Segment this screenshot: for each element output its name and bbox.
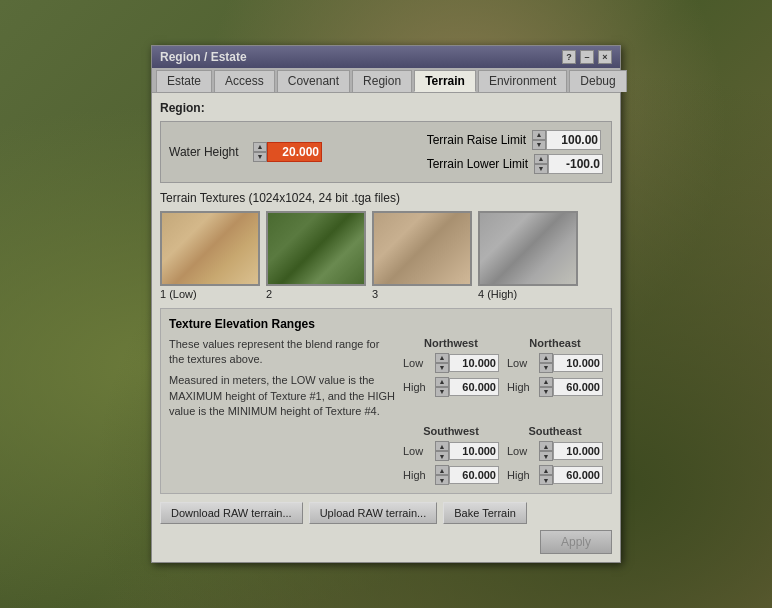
elevation-body: These values represent the blend range f… — [169, 337, 603, 420]
southwest-title: Southwest — [403, 425, 499, 437]
southwest-low-spinbox: ▲▼ — [435, 441, 499, 461]
tab-environment[interactable]: Environment — [478, 70, 567, 92]
texture-thumb-2[interactable] — [266, 211, 366, 286]
raise-limit-input[interactable] — [546, 130, 601, 150]
content-area: Region: Water Height ▲ ▼ Terrain Raise L… — [152, 92, 620, 563]
northwest-high-row: High ▲▼ — [403, 377, 499, 397]
southwest-high-spinbox: ▲▼ — [435, 465, 499, 485]
region-label: Region: — [160, 101, 612, 115]
se-high-down[interactable]: ▼ — [539, 475, 553, 485]
texture-thumb-4[interactable] — [478, 211, 578, 286]
tab-terrain[interactable]: Terrain — [414, 70, 476, 92]
nw-low-up[interactable]: ▲ — [435, 353, 449, 363]
southwest-high-label: High — [403, 469, 431, 481]
se-high-up[interactable]: ▲ — [539, 465, 553, 475]
download-raw-button[interactable]: Download RAW terrain... — [160, 502, 303, 524]
terrain-limits: Terrain Raise Limit ▲ ▼ Terrain Lower Li… — [427, 130, 603, 174]
ne-high-down[interactable]: ▼ — [539, 387, 553, 397]
texture-item-3: 3 — [372, 211, 472, 300]
nw-low-down[interactable]: ▼ — [435, 363, 449, 373]
raise-limit-row: Terrain Raise Limit ▲ ▼ — [427, 130, 603, 150]
southeast-title: Southeast — [507, 425, 603, 437]
apply-button[interactable]: Apply — [540, 530, 612, 554]
se-low-up[interactable]: ▲ — [539, 441, 553, 451]
sw-low-down[interactable]: ▼ — [435, 451, 449, 461]
apply-row: Apply — [160, 530, 612, 554]
ne-low-down[interactable]: ▼ — [539, 363, 553, 373]
tab-access[interactable]: Access — [214, 70, 275, 92]
dialog: Region / Estate ? – × Estate Access Cove… — [151, 45, 621, 564]
lower-arrows: ▲ ▼ — [534, 154, 548, 174]
dialog-title: Region / Estate — [160, 50, 247, 64]
texture-thumb-1[interactable] — [160, 211, 260, 286]
texture-item-4: 4 (High) — [478, 211, 578, 300]
minimize-button[interactable]: – — [580, 50, 594, 64]
upload-raw-button[interactable]: Upload RAW terrain... — [309, 502, 438, 524]
nw-high-up[interactable]: ▲ — [435, 377, 449, 387]
southeast-high-spinbox: ▲▼ — [539, 465, 603, 485]
elevation-section: Texture Elevation Ranges These values re… — [160, 308, 612, 495]
water-height-label: Water Height — [169, 145, 249, 159]
sw-se-row: Southwest Low ▲▼ High ▲▼ — [169, 425, 603, 485]
bake-terrain-button[interactable]: Bake Terrain — [443, 502, 527, 524]
water-height-input[interactable] — [267, 142, 322, 162]
lower-limit-spinbox: ▲ ▼ — [534, 154, 603, 174]
water-height-down[interactable]: ▼ — [253, 152, 267, 162]
texture-label-2: 2 — [266, 288, 272, 300]
water-height-section: Water Height ▲ ▼ Terrain Raise Limit ▲ ▼ — [160, 121, 612, 183]
tab-debug[interactable]: Debug — [569, 70, 626, 92]
close-button[interactable]: × — [598, 50, 612, 64]
southeast-high-input[interactable] — [553, 466, 603, 484]
ne-high-up[interactable]: ▲ — [539, 377, 553, 387]
lower-up[interactable]: ▲ — [534, 154, 548, 164]
northeast-high-row: High ▲▼ — [507, 377, 603, 397]
texture-label-4: 4 (High) — [478, 288, 517, 300]
northwest-low-row: Low ▲▼ — [403, 353, 499, 373]
lower-down[interactable]: ▼ — [534, 164, 548, 174]
southeast-low-input[interactable] — [553, 442, 603, 460]
title-bar: Region / Estate ? – × — [152, 46, 620, 68]
southwest-high-input[interactable] — [449, 466, 499, 484]
tab-estate[interactable]: Estate — [156, 70, 212, 92]
tab-covenant[interactable]: Covenant — [277, 70, 350, 92]
southeast-group: Southeast Low ▲▼ High ▲▼ — [507, 425, 603, 485]
raise-up[interactable]: ▲ — [532, 130, 546, 140]
lower-limit-input[interactable] — [548, 154, 603, 174]
texture-item-2: 2 — [266, 211, 366, 300]
elevation-controls: Northwest Low ▲▼ High ▲▼ — [403, 337, 603, 420]
water-height-arrows: ▲ ▼ — [253, 142, 267, 162]
northwest-title: Northwest — [403, 337, 499, 349]
northeast-high-input[interactable] — [553, 378, 603, 396]
lower-limit-row: Terrain Lower Limit ▲ ▼ — [427, 154, 603, 174]
se-low-down[interactable]: ▼ — [539, 451, 553, 461]
elevation-desc: These values represent the blend range f… — [169, 337, 395, 420]
southeast-low-row: Low ▲▼ — [507, 441, 603, 461]
sw-high-up[interactable]: ▲ — [435, 465, 449, 475]
northwest-low-label: Low — [403, 357, 431, 369]
nw-high-down[interactable]: ▼ — [435, 387, 449, 397]
northeast-low-label: Low — [507, 357, 535, 369]
texture-label-3: 3 — [372, 288, 378, 300]
southeast-high-row: High ▲▼ — [507, 465, 603, 485]
northeast-low-input[interactable] — [553, 354, 603, 372]
northeast-group: Northeast Low ▲▼ High ▲▼ — [507, 337, 603, 420]
northwest-high-input[interactable] — [449, 378, 499, 396]
ne-low-up[interactable]: ▲ — [539, 353, 553, 363]
textures-title: Terrain Textures (1024x1024, 24 bit .tga… — [160, 191, 612, 205]
tab-region[interactable]: Region — [352, 70, 412, 92]
help-button[interactable]: ? — [562, 50, 576, 64]
sw-high-down[interactable]: ▼ — [435, 475, 449, 485]
sw-low-up[interactable]: ▲ — [435, 441, 449, 451]
textures-section: Terrain Textures (1024x1024, 24 bit .tga… — [160, 191, 612, 300]
southeast-low-label: Low — [507, 445, 535, 457]
southwest-high-row: High ▲▼ — [403, 465, 499, 485]
title-bar-buttons: ? – × — [562, 50, 612, 64]
texture-thumb-3[interactable] — [372, 211, 472, 286]
elevation-title: Texture Elevation Ranges — [169, 317, 603, 331]
water-height-spinbox: ▲ ▼ — [253, 142, 322, 162]
northwest-low-input[interactable] — [449, 354, 499, 372]
raise-down[interactable]: ▼ — [532, 140, 546, 150]
southwest-low-input[interactable] — [449, 442, 499, 460]
water-height-up[interactable]: ▲ — [253, 142, 267, 152]
action-buttons: Download RAW terrain... Upload RAW terra… — [160, 502, 612, 524]
